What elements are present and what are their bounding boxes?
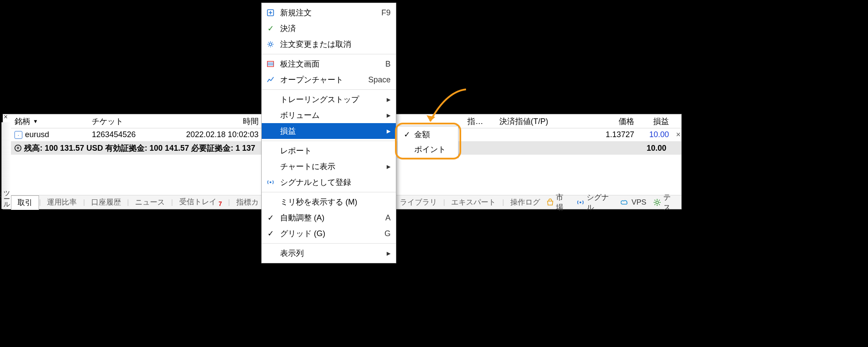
col-sl[interactable]: 指値(... — [464, 114, 488, 128]
submenu-arrow-icon: ▸ — [387, 110, 391, 120]
mi-auto-label: 自動調整 (A) — [280, 212, 381, 223]
services-links: 市場 シグナル VPS テス — [546, 192, 681, 212]
chart-icon — [265, 76, 276, 84]
mi-grid-label: グリッド (G) — [280, 228, 380, 239]
svg-rect-4 — [267, 61, 274, 67]
mi-modify[interactable]: 注文変更または取消 — [262, 36, 396, 52]
sort-indicator-icon: ▼ — [33, 118, 38, 124]
cell-price: 1.13727 — [559, 128, 637, 141]
mi-profit-label: 損益 — [280, 126, 387, 136]
mi-close-label: 決済 — [280, 23, 391, 34]
tab-library[interactable]: ライブラリ — [394, 195, 443, 209]
mi-chart-label: オープンチャート — [280, 74, 364, 85]
svg-point-1 — [656, 201, 658, 204]
depth-icon — [265, 60, 276, 68]
submenu-arrow-icon: ▸ — [387, 162, 391, 171]
checkmark-icon: ✓ — [265, 213, 276, 223]
mi-volumes[interactable]: ボリューム ▸ — [262, 107, 396, 123]
mi-grid[interactable]: ✓ グリッド (G) G — [262, 226, 396, 241]
position-type-icon: · — [14, 131, 22, 139]
svc-signals-label: シグナル — [587, 192, 614, 212]
mi-ms-label: ミリ秒を表示する (M) — [280, 197, 391, 207]
tab-trade[interactable]: 取引 — [11, 195, 39, 210]
cloud-icon — [621, 199, 629, 206]
mi-new-order-label: 新規注文 — [280, 7, 377, 18]
mi-auto-shortcut: A — [385, 213, 391, 223]
new-order-icon — [265, 9, 276, 17]
mi-show-on-chart[interactable]: チャートに表示 ▸ — [262, 159, 396, 174]
svc-market-label: 市場 — [556, 192, 569, 212]
row-close-button[interactable]: × — [672, 128, 681, 141]
mi-milliseconds[interactable]: ミリ秒を表示する (M) — [262, 194, 396, 210]
cell-ticket: 1263454526 — [88, 128, 162, 141]
context-menu: 新規注文 F9 ✓ 決済 注文変更または取消 板注文画面 B オープンチャート … — [261, 3, 396, 263]
svg-point-5 — [270, 181, 271, 183]
gear-icon — [653, 198, 660, 206]
cell-symbol-text: eurusd — [25, 130, 49, 139]
mi-chart-shortcut: Space — [368, 75, 391, 85]
mi-trailing-label: トレーリングストップ — [280, 94, 387, 105]
mailbox-badge: 7 — [218, 201, 222, 208]
svc-vps-label: VPS — [631, 198, 646, 207]
mi-depth-label: 板注文画面 — [280, 59, 381, 69]
svc-vps[interactable]: VPS — [621, 198, 646, 207]
col-time[interactable]: 時間 — [162, 114, 262, 128]
tab-exposure[interactable]: 運用比率 — [41, 195, 83, 209]
mi-show-on-label: チャートに表示 — [280, 161, 387, 172]
mi-modify-label: 注文変更または取消 — [280, 39, 391, 50]
smi-money[interactable]: ✓ 金額 — [398, 127, 458, 142]
smi-points-label: ポイント — [414, 144, 446, 155]
profit-submenu: ✓ 金額 ポイント — [397, 126, 459, 158]
col-actions — [672, 120, 681, 123]
col-tp[interactable]: 決済指値(T/P) — [488, 114, 560, 128]
col-symbol[interactable]: 銘柄▼ — [11, 114, 88, 128]
cell-sl — [464, 133, 488, 137]
svc-market[interactable]: 市場 — [546, 192, 570, 212]
tab-calendar[interactable]: 指標カ — [230, 195, 265, 209]
expand-summary-icon[interactable]: + — [14, 145, 21, 152]
mi-columns[interactable]: 表示列 ▸ — [262, 245, 396, 261]
mi-depth-shortcut: B — [385, 60, 391, 69]
tab-journal[interactable]: 操作ログ — [504, 195, 546, 209]
check-icon: ✓ — [265, 24, 276, 33]
submenu-arrow-icon: ▸ — [387, 126, 391, 136]
tab-history[interactable]: 口座履歴 — [85, 195, 127, 209]
mi-new-order[interactable]: 新規注文 F9 — [262, 5, 396, 21]
mi-report[interactable]: レポート — [262, 143, 396, 159]
col-ticket[interactable]: チケット — [88, 114, 162, 128]
mi-new-order-shortcut: F9 — [381, 8, 391, 18]
tab-mailbox-label: 受信トレイ — [179, 198, 217, 206]
svc-signals[interactable]: シグナル — [576, 192, 614, 212]
mi-close[interactable]: ✓ 決済 — [262, 21, 396, 36]
mi-columns-label: 表示列 — [280, 248, 387, 258]
smi-money-label: 金額 — [414, 129, 430, 140]
smi-points[interactable]: ポイント — [398, 142, 458, 157]
mi-grid-shortcut: G — [384, 229, 391, 238]
mi-profit[interactable]: 損益 ▸ — [262, 123, 396, 139]
svg-point-0 — [580, 202, 581, 203]
cell-pl: 10.00 — [638, 128, 672, 141]
tab-mailbox[interactable]: 受信トレイ 7 — [173, 195, 228, 209]
col-symbol-label: 銘柄 — [14, 116, 30, 127]
mi-auto-arrange[interactable]: ✓ 自動調整 (A) A — [262, 210, 396, 226]
mi-signal-label: シグナルとして登録 — [280, 177, 391, 188]
svc-tester[interactable]: テス — [653, 192, 677, 212]
summary-pl: 10.00 — [635, 142, 670, 155]
panel-close-button[interactable]: × — [2, 114, 10, 122]
tab-experts[interactable]: エキスパート — [445, 195, 502, 209]
summary-text: 残高: 100 131.57 USD 有効証拠金: 100 141.57 必要証… — [24, 143, 255, 153]
panel-title: ツールボックス — [1, 122, 11, 209]
submenu-arrow-icon: ▸ — [387, 95, 391, 104]
mi-depth[interactable]: 板注文画面 B — [262, 56, 396, 72]
bag-icon — [546, 198, 553, 206]
col-price[interactable]: 価格 — [559, 114, 637, 128]
signal-icon — [576, 198, 584, 206]
mi-trailing[interactable]: トレーリングストップ ▸ — [262, 92, 396, 107]
submenu-arrow-icon: ▸ — [387, 248, 391, 258]
mi-chart[interactable]: オープンチャート Space — [262, 72, 396, 88]
mi-register-signal[interactable]: シグナルとして登録 — [262, 174, 396, 190]
tab-news[interactable]: ニュース — [129, 195, 171, 209]
col-pl[interactable]: 損益 — [638, 114, 672, 128]
cell-time: 2022.02.18 10:02:03 — [162, 128, 262, 141]
cell-tp — [488, 133, 560, 137]
